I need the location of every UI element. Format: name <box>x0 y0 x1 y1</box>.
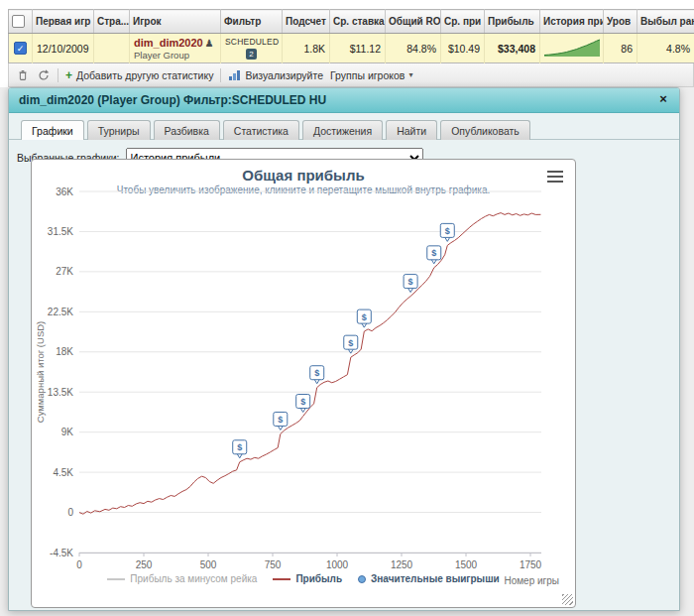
legend-item-profit[interactable]: Прибыль <box>273 573 342 584</box>
toolbar-separator <box>220 68 221 82</box>
column-header-avg-stake[interactable]: Ср. ставка <box>330 10 386 34</box>
select-all-cell <box>9 10 33 34</box>
svg-text:$: $ <box>445 226 450 236</box>
svg-text:27K: 27K <box>56 266 73 277</box>
svg-text:500: 500 <box>200 559 217 570</box>
svg-text:36K: 36K <box>56 186 73 197</box>
svg-text:0: 0 <box>76 559 82 570</box>
tab-publish[interactable]: Опубликовать <box>440 120 530 140</box>
tab-charts[interactable]: Графики <box>21 120 84 140</box>
svg-text:0: 0 <box>67 507 73 518</box>
legend-item-profit-minus-rake[interactable]: Прибыль за минусом рейка <box>107 573 257 584</box>
stats-area: Первая игр Стра... Игрок Фильтр Подсчет … <box>0 0 694 87</box>
add-statistic-label: Добавить другую статистику <box>76 69 213 81</box>
player-badge-icon: ♟ <box>205 38 214 49</box>
table-header-row: Первая игр Стра... Игрок Фильтр Подсчет … <box>9 10 694 34</box>
svg-text:4.5K: 4.5K <box>53 467 73 478</box>
svg-text:31.5K: 31.5K <box>48 226 73 237</box>
svg-text:1000: 1000 <box>326 559 349 570</box>
svg-text:18K: 18K <box>56 346 73 357</box>
plus-icon: + <box>65 70 72 80</box>
tab-tournaments[interactable]: Турниры <box>87 120 151 140</box>
player-type-label: Player Group <box>134 50 216 61</box>
svg-text:9K: 9K <box>61 427 74 437</box>
total-roi-cell: 84.8% <box>386 34 441 63</box>
avg-profit-cell: $10.49 <box>441 34 485 63</box>
resize-handle[interactable] <box>562 594 573 605</box>
player-row: ✓ 12/10/2009 dim_dim2020♟ Player Group S… <box>9 34 694 63</box>
tab-achievements[interactable]: Достижения <box>302 120 383 140</box>
busted-early-cell: 4.8% <box>637 34 694 63</box>
player-stats-table: Первая игр Стра... Игрок Фильтр Подсчет … <box>8 9 694 63</box>
gray-line-swatch <box>107 578 125 580</box>
red-line-swatch <box>273 578 290 580</box>
svg-text:13.5K: 13.5K <box>48 387 73 398</box>
filter-cell[interactable]: SCHEDULED 2 <box>221 34 283 63</box>
dialog-title: dim_dim2020 (Player Group) Фильтр:SCHEDU… <box>19 93 326 107</box>
toolbar-separator <box>58 68 58 82</box>
legend-label: Прибыль <box>295 573 342 584</box>
svg-text:250: 250 <box>136 559 153 570</box>
column-header-total-roi[interactable]: Общий ROI <box>386 10 441 34</box>
svg-text:22.5K: 22.5K <box>48 307 73 317</box>
player-group-dialog: dim_dim2020 (Player Group) Фильтр:SCHEDU… <box>8 87 680 611</box>
column-header-player[interactable]: Игрок <box>130 10 221 34</box>
column-header-busted-early[interactable]: Выбыл рано <box>637 10 694 34</box>
player-groups-label: Группы игроков <box>330 69 405 81</box>
column-header-first-game[interactable]: Первая игр <box>33 10 94 34</box>
visualize-label: Визуализируйте <box>245 69 323 81</box>
legend-item-significant-wins[interactable]: Значительные выигрыши <box>358 573 500 584</box>
profit-chart[interactable]: 36K31.5K27K22.5K18K13.5K9K4.5K0-4.5K0250… <box>32 160 577 609</box>
svg-text:$: $ <box>278 415 283 425</box>
delete-button[interactable] <box>16 68 30 82</box>
player-groups-button[interactable]: Группы игроков ▾ <box>330 69 412 81</box>
close-icon[interactable]: × <box>655 91 671 107</box>
column-header-profit[interactable]: Прибыль <box>485 10 540 34</box>
first-game-cell: 12/10/2009 <box>33 34 94 63</box>
select-all-checkbox[interactable] <box>12 15 25 28</box>
tab-find[interactable]: Найти <box>386 120 437 140</box>
filter-name: SCHEDULED <box>225 37 278 47</box>
svg-text:$: $ <box>314 368 319 378</box>
first-game-date: 12/10/2009 <box>37 43 89 55</box>
svg-text:-4.5K: -4.5K <box>50 548 73 558</box>
profit-sparkline[interactable] <box>544 39 600 57</box>
svg-text:Суммарный итог (USD): Суммарный итог (USD) <box>35 321 46 423</box>
filter-count-badge: 2 <box>246 49 257 60</box>
add-statistic-button[interactable]: + Добавить другую статистику <box>65 69 213 81</box>
column-header-filter[interactable]: Фильтр <box>221 10 283 34</box>
legend-label: Значительные выигрыши <box>371 573 500 584</box>
column-header-count[interactable]: Подсчет <box>283 10 330 34</box>
profit-history-cell[interactable] <box>540 34 604 63</box>
tab-statistics[interactable]: Статистика <box>223 120 299 140</box>
legend-label: Прибыль за минусом рейка <box>130 573 257 584</box>
column-header-avg-profit[interactable]: Ср. при <box>441 10 485 34</box>
avg-stake-cell: $11.12 <box>330 34 386 63</box>
chevron-down-icon: ▾ <box>408 70 412 79</box>
chart-legend: Прибыль за минусом рейка Прибыль Значите… <box>32 573 575 584</box>
dialog-header: dim_dim2020 (Player Group) Фильтр:SCHEDU… <box>9 88 679 113</box>
refresh-button[interactable] <box>37 68 51 82</box>
svg-text:1250: 1250 <box>391 559 413 570</box>
profit-cell: $33,408 <box>485 34 540 63</box>
column-header-level[interactable]: Уров <box>604 10 637 34</box>
count-cell: 1.8K <box>283 34 330 63</box>
svg-text:$: $ <box>431 248 436 258</box>
svg-text:1750: 1750 <box>520 559 542 570</box>
svg-text:$: $ <box>362 312 367 322</box>
tab-breakdown[interactable]: Разбивка <box>154 120 220 140</box>
blue-dot-swatch <box>358 575 366 583</box>
svg-text:$: $ <box>408 277 413 287</box>
column-header-profit-history[interactable]: История приб <box>540 10 604 34</box>
visualize-button[interactable]: Визуализируйте <box>228 69 323 81</box>
level-cell: 86 <box>604 34 637 63</box>
trash-icon <box>16 68 30 82</box>
column-header-country[interactable]: Стра... <box>94 10 130 34</box>
player-name-link[interactable]: dim_dim2020 <box>134 37 203 49</box>
bar-chart-icon <box>228 69 241 81</box>
row-checkbox[interactable]: ✓ <box>14 42 27 55</box>
svg-text:$: $ <box>237 442 242 452</box>
svg-text:$: $ <box>348 338 353 348</box>
x-axis-title: Номер игры <box>504 575 559 586</box>
dialog-tabbar: Графики Турниры Разбивка Статистика Дост… <box>9 113 679 140</box>
